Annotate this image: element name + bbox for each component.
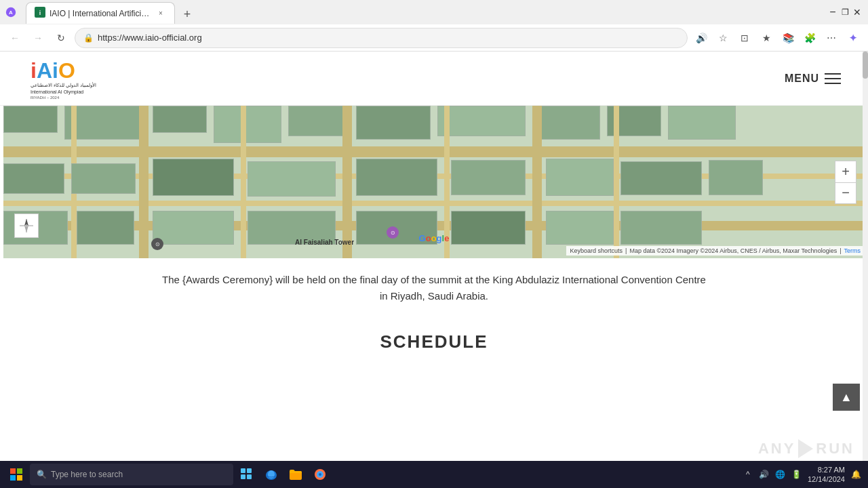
map-container[interactable]: ⊙ ⊙ 🍴 ☕ P ⊙ King Fahad Road Hamam Abdoh-… (3, 106, 865, 258)
watermark-play-icon (798, 439, 813, 458)
map-background: ⊙ ⊙ 🍴 ☕ P ⊙ King Fahad Road Hamam Abdoh-… (3, 106, 865, 258)
tab-title: IAIO | International Artificial Inte... (50, 9, 151, 18)
venue-description: The {Awards Ceremony} will be held on th… (27, 272, 841, 304)
anyrun-watermark: ANY RUN (758, 439, 854, 458)
map-pin-1[interactable]: ⊙ (151, 238, 163, 250)
svg-text:الأولمبياد الدولي للذكاء الاصط: الأولمبياد الدولي للذكاء الاصطناعي (31, 81, 96, 88)
extensions-button[interactable]: 🧩 (800, 28, 819, 47)
svg-rect-19 (241, 474, 245, 479)
site-logo: iAiO الأولمبياد الدولي للذكاء الاصطناعي … (27, 56, 136, 100)
menu-label: MENU (785, 73, 819, 85)
svg-rect-20 (247, 474, 252, 479)
map-data-text: Map data ©2024 Imagery ©2024 Airbus, CNE… (629, 247, 837, 254)
svg-rect-18 (247, 468, 252, 473)
hamburger-line-2 (825, 78, 841, 79)
forward-button[interactable]: → (28, 28, 47, 47)
browser-chrome: A i IAIO | International Artificial Inte… (0, 0, 868, 52)
map-terms[interactable]: Terms (844, 247, 861, 254)
taskbar-apps (236, 464, 331, 485)
clock-date: 12/14/2024 (808, 474, 845, 484)
svg-text:A: A (9, 9, 13, 16)
speaker-icon[interactable]: 🔊 (757, 468, 771, 481)
scroll-bar[interactable] (863, 52, 868, 465)
active-tab[interactable]: i IAIO | International Artificial Inte..… (26, 2, 175, 24)
street-label-4: Al Faisaliah Tower (295, 239, 354, 246)
system-clock[interactable]: 8:27 AM 12/14/2024 (808, 465, 845, 485)
search-icon: 🔍 (37, 470, 47, 479)
map-zoom-controls: + − (835, 161, 856, 204)
battery-icon[interactable]: 🔋 (790, 468, 804, 481)
hamburger-icon (825, 73, 841, 84)
show-hidden-icons[interactable]: ^ (741, 468, 755, 481)
tab-close-button[interactable]: × (155, 8, 166, 19)
address-bar: ← → ↻ 🔒 https://www.iaio-official.org 🔊 … (0, 24, 868, 52)
zoom-out-button[interactable]: − (835, 182, 856, 204)
file-explorer-taskbar[interactable] (285, 464, 307, 485)
copilot-button[interactable]: ✦ (844, 28, 863, 47)
svg-text:International AI Olympiad: International AI Olympiad (31, 89, 83, 95)
svg-rect-14 (17, 468, 22, 474)
site-header: iAiO الأولمبياد الدولي للذكاء الاصطناعي … (0, 52, 868, 106)
new-tab-button[interactable]: + (178, 5, 197, 24)
svg-rect-17 (241, 468, 245, 473)
back-to-top-button[interactable]: ▲ (833, 384, 860, 411)
tab-bar: i IAIO | International Artificial Inte..… (20, 1, 823, 24)
page-content: iAiO الأولمبياد الدولي للذكاء الاصطناعي … (0, 52, 868, 465)
favorites-bar-button[interactable]: ★ (757, 28, 776, 47)
venue-text-part2: in Riyadh, Saudi Arabia. (380, 290, 488, 302)
minimize-button[interactable]: − (827, 7, 838, 18)
settings-button[interactable]: ⋯ (822, 28, 841, 47)
watermark-text-any: ANY (758, 440, 795, 458)
watermark-text-run: RUN (816, 440, 854, 458)
collections-button[interactable]: 📚 (778, 28, 797, 47)
tray-icons: ^ 🔊 🌐 🔋 (741, 468, 804, 481)
venue-text-part1: The {Awards Ceremony} will be held on th… (162, 274, 706, 285)
svg-text:iAiO: iAiO (31, 58, 75, 83)
map-pin-2[interactable]: ⊙ (387, 226, 399, 239)
close-button[interactable]: ✕ (852, 7, 863, 18)
back-button[interactable]: ← (5, 28, 24, 47)
network-icon[interactable]: 🌐 (774, 468, 787, 481)
add-favorites-button[interactable]: ☆ (713, 28, 732, 47)
svg-rect-15 (10, 475, 16, 481)
taskbar-tray: ^ 🔊 🌐 🔋 8:27 AM 12/14/2024 🔔 (741, 465, 863, 485)
google-logo: Google (419, 233, 450, 243)
keyboard-shortcuts[interactable]: Keyboard shortcuts (570, 247, 623, 254)
notification-button[interactable]: 🔔 (849, 468, 863, 481)
zoom-in-button[interactable]: + (835, 161, 856, 182)
svg-rect-16 (17, 475, 22, 481)
svg-text:RIYADH – 2024: RIYADH – 2024 (31, 96, 60, 100)
schedule-section: SCHEDULE (0, 318, 868, 359)
task-view-button[interactable] (236, 464, 258, 485)
browser-actions: 🔊 ☆ ⊡ ★ 📚 🧩 ⋯ ✦ (692, 28, 863, 47)
search-placeholder-text: Type here to search (51, 470, 123, 479)
window-controls: A (5, 7, 16, 18)
hamburger-line-3 (825, 83, 841, 84)
map-compass (14, 214, 39, 238)
clock-time: 8:27 AM (808, 465, 845, 474)
svg-text:i: i (39, 9, 41, 16)
taskbar: 🔍 Type here to search (0, 461, 868, 488)
secure-icon: 🔒 (83, 33, 94, 43)
restore-button[interactable]: ❐ (840, 7, 850, 18)
read-aloud-button[interactable]: 🔊 (692, 28, 711, 47)
scroll-thumb[interactable] (863, 52, 868, 79)
menu-button[interactable]: MENU (785, 73, 841, 85)
venue-text-section: The {Awards Ceremony} will be held on th… (0, 258, 868, 318)
edge-browser-taskbar[interactable] (260, 464, 282, 485)
window-controls-right: − ❐ ✕ (827, 7, 863, 18)
taskbar-search-area[interactable]: 🔍 Type here to search (30, 464, 233, 485)
logo-area: iAiO الأولمبياد الدولي للذكاء الاصطناعي … (27, 56, 136, 100)
title-bar: A i IAIO | International Artificial Inte… (0, 0, 868, 24)
svg-rect-13 (10, 468, 16, 474)
start-button[interactable] (5, 464, 27, 485)
refresh-button[interactable]: ↻ (52, 28, 71, 47)
profile-icon[interactable]: A (5, 7, 16, 18)
schedule-title: SCHEDULE (27, 331, 841, 352)
split-screen-button[interactable]: ⊡ (735, 28, 754, 47)
url-text: https://www.iaio-official.org (98, 33, 679, 43)
hamburger-line-1 (825, 73, 841, 75)
url-input-area[interactable]: 🔒 https://www.iaio-official.org (75, 28, 688, 48)
firefox-taskbar[interactable] (309, 464, 331, 485)
svg-point-26 (319, 473, 321, 476)
